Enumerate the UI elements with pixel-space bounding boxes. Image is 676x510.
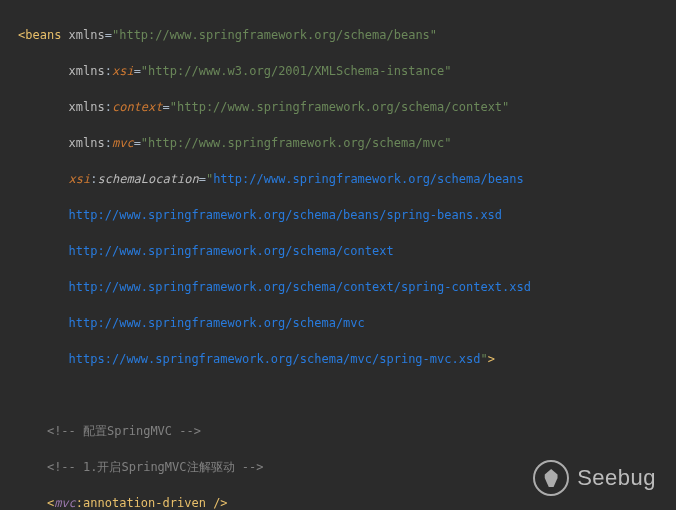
code-editor[interactable]: <beans xmlns="http://www.springframework… — [0, 0, 676, 510]
watermark-text: Seebug — [577, 469, 656, 487]
code-line: http://www.springframework.org/schema/co… — [18, 278, 676, 296]
code-line: http://www.springframework.org/schema/be… — [18, 206, 676, 224]
code-line: https://www.springframework.org/schema/m… — [18, 350, 676, 368]
seebug-icon — [533, 460, 569, 496]
code-line: http://www.springframework.org/schema/co… — [18, 242, 676, 260]
code-line: http://www.springframework.org/schema/mv… — [18, 314, 676, 332]
code-line: xmlns:mvc="http://www.springframework.or… — [18, 134, 676, 152]
code-line: xmlns:xsi="http://www.w3.org/2001/XMLSch… — [18, 62, 676, 80]
code-line — [18, 386, 676, 404]
code-line: <!-- 配置SpringMVC --> — [18, 422, 676, 440]
code-line: <mvc:annotation-driven /> — [18, 494, 676, 510]
code-line: <beans xmlns="http://www.springframework… — [18, 26, 676, 44]
code-line: xmlns:context="http://www.springframewor… — [18, 98, 676, 116]
watermark: Seebug — [533, 460, 656, 496]
code-line: xsi:schemaLocation="http://www.springfra… — [18, 170, 676, 188]
